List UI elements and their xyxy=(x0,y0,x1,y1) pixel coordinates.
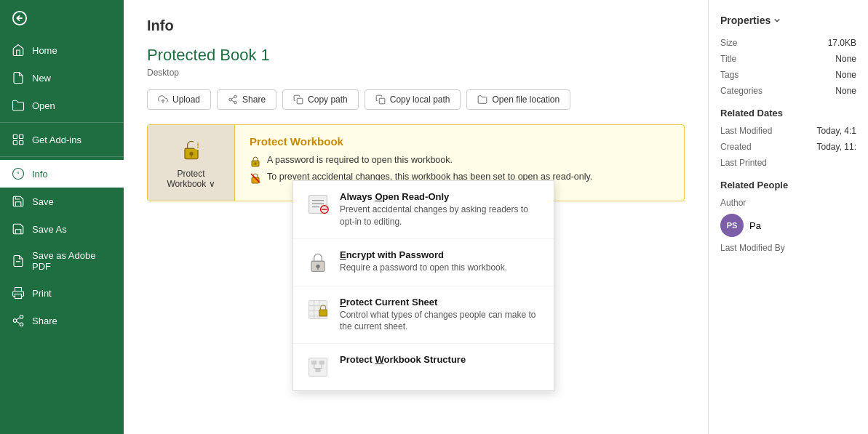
dropdown-item-protect-sheet-text: Protect Current Sheet Control what types… xyxy=(340,297,542,334)
sidebar-divider-2 xyxy=(0,156,124,157)
svg-rect-50 xyxy=(315,369,320,372)
copy-path-icon xyxy=(293,95,303,105)
file-location: Desktop xyxy=(147,68,685,78)
sidebar-divider xyxy=(0,122,124,123)
protect-item-1: A password is required to open this work… xyxy=(250,155,669,167)
svg-line-15 xyxy=(16,318,20,320)
svg-point-11 xyxy=(20,316,23,319)
prop-author-label: Author xyxy=(720,198,856,208)
dropdown-item-encrypt[interactable]: Encrypt with Password Require a password… xyxy=(293,239,554,286)
svg-rect-4 xyxy=(13,141,17,145)
dropdown-item-protect-sheet[interactable]: Protect Current Sheet Control what types… xyxy=(293,286,554,345)
file-name: Protected Book 1 xyxy=(147,46,685,65)
svg-rect-5 xyxy=(20,141,23,145)
svg-rect-47 xyxy=(309,358,327,377)
share-icon xyxy=(228,95,238,105)
dropdown-item-encrypt-text: Encrypt with Password Require a password… xyxy=(340,249,542,274)
prop-created: Created Today, 11: xyxy=(720,142,856,152)
svg-rect-48 xyxy=(311,361,316,364)
protect-structure-icon xyxy=(305,354,331,380)
copy-local-path-icon xyxy=(375,95,386,105)
main-content: Info Protected Book 1 Desktop Upload xyxy=(124,0,708,434)
page-title: Info xyxy=(147,17,685,34)
open-file-location-button[interactable]: Open file location xyxy=(466,89,570,110)
copy-local-path-button[interactable]: Copy local path xyxy=(365,89,461,110)
protect-dropdown-menu: Always Open Read-Only Prevent accidental… xyxy=(292,180,554,391)
protect-password-icon xyxy=(250,156,261,167)
svg-line-21 xyxy=(231,97,234,99)
share-button[interactable]: Share xyxy=(217,89,276,110)
sidebar-item-save[interactable]: Save xyxy=(0,188,124,215)
related-dates-title: Related Dates xyxy=(720,108,856,118)
prop-last-printed: Last Printed xyxy=(720,158,856,168)
svg-point-39 xyxy=(316,264,319,268)
svg-point-13 xyxy=(20,323,23,326)
sidebar-item-open[interactable]: Open xyxy=(0,92,124,119)
back-button[interactable] xyxy=(0,0,124,36)
dropdown-item-read-only-text: Always Open Read-Only Prevent accidental… xyxy=(340,191,542,228)
sidebar-item-home[interactable]: Home xyxy=(0,36,124,64)
dropdown-item-protect-structure-text: Protect Workbook Structure xyxy=(340,354,542,366)
protect-card-title: Protect Workbook xyxy=(250,135,669,148)
read-only-icon xyxy=(305,191,331,217)
protect-sheet-icon xyxy=(305,297,331,323)
protect-readonly-icon xyxy=(250,172,261,184)
related-people-title: Related People xyxy=(720,180,856,190)
sidebar-item-save-adobe[interactable]: Save as Adobe PDF xyxy=(0,243,124,279)
upload-button[interactable]: Upload xyxy=(147,89,211,110)
prop-tags: Tags None xyxy=(720,70,856,80)
svg-point-29 xyxy=(255,163,257,165)
protect-workbook-button[interactable]: ProtectWorkbook ∨ xyxy=(148,125,235,201)
toolbar: Upload Share xyxy=(147,89,685,110)
prop-title: Title None xyxy=(720,54,856,64)
protect-workbook-label: ProtectWorkbook ∨ xyxy=(167,169,215,189)
prop-categories: Categories None xyxy=(720,86,856,96)
svg-point-18 xyxy=(229,98,232,101)
sidebar-item-new[interactable]: New xyxy=(0,64,124,92)
avatar: PS xyxy=(720,214,744,237)
svg-line-14 xyxy=(16,321,20,324)
author-item: PS Pa xyxy=(720,214,856,237)
sidebar-item-get-add-ins[interactable]: Get Add-ins xyxy=(0,126,124,153)
svg-rect-23 xyxy=(379,98,385,104)
prop-last-modified: Last Modified Today, 4:1 xyxy=(720,126,856,136)
main-layout: Info Protected Book 1 Desktop Upload xyxy=(124,0,868,434)
sidebar: Home New Open Get Add-ins Info xyxy=(0,0,124,434)
properties-chevron-icon xyxy=(773,17,781,24)
svg-rect-3 xyxy=(20,134,23,138)
upload-icon xyxy=(158,95,168,105)
sidebar-item-print[interactable]: Print xyxy=(0,279,124,307)
copy-path-button[interactable]: Copy path xyxy=(282,89,359,110)
content-area: Info Protected Book 1 Desktop Upload xyxy=(124,0,708,434)
svg-point-17 xyxy=(234,95,237,98)
properties-panel: Properties Size 17.0KB Title None Tags N… xyxy=(708,0,868,434)
encrypt-icon xyxy=(305,249,331,276)
properties-title[interactable]: Properties xyxy=(720,15,856,26)
svg-rect-10 xyxy=(15,294,22,299)
dropdown-item-protect-structure[interactable]: Protect Workbook Structure xyxy=(293,344,554,390)
svg-point-25 xyxy=(189,152,193,156)
protect-workbook-icon xyxy=(178,137,204,163)
svg-rect-46 xyxy=(319,310,327,316)
svg-line-20 xyxy=(231,100,234,102)
prop-last-modified-by: Last Modified By xyxy=(720,243,856,253)
svg-rect-2 xyxy=(13,134,17,138)
dropdown-item-read-only[interactable]: Always Open Read-Only Prevent accidental… xyxy=(293,181,554,239)
svg-rect-49 xyxy=(319,361,324,364)
svg-point-12 xyxy=(13,319,17,323)
sidebar-item-save-as[interactable]: Save As xyxy=(0,215,124,243)
prop-size: Size 17.0KB xyxy=(720,38,856,48)
sidebar-item-info[interactable]: Info xyxy=(0,160,124,188)
sidebar-item-share[interactable]: Share xyxy=(0,307,124,334)
svg-rect-22 xyxy=(297,98,303,104)
svg-point-27 xyxy=(197,147,199,148)
open-file-location-icon xyxy=(477,95,487,105)
svg-point-19 xyxy=(234,101,237,104)
